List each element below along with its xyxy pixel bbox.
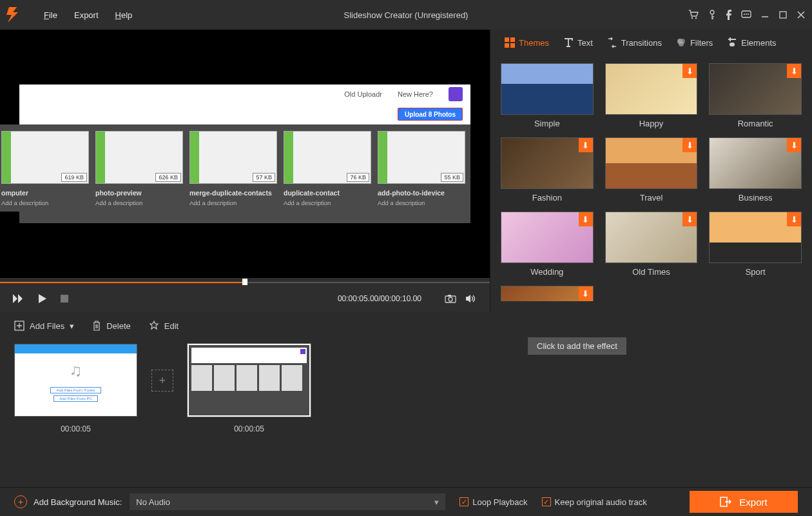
slide-thumb: 57 KB merge-duplicate-contacts Add a des… — [189, 131, 277, 206]
delete-icon — [92, 321, 101, 331]
maximize-icon[interactable] — [778, 10, 788, 19]
progress-handle[interactable] — [242, 279, 247, 285]
theme-label: Happy — [605, 119, 698, 128]
player-controls: 00:00:05.00/00:00:10.00 — [0, 286, 490, 312]
play-button[interactable] — [39, 294, 46, 303]
download-icon[interactable]: ⬇ — [579, 138, 593, 152]
download-icon[interactable]: ⬇ — [682, 64, 697, 78]
stop-button[interactable] — [61, 295, 68, 303]
download-icon[interactable]: ⬇ — [579, 212, 593, 226]
progress-bar[interactable] — [0, 278, 490, 286]
theme-sport[interactable]: ⬇ Sport — [709, 212, 802, 277]
slide-thumb: 619 KB omputer Add a description — [1, 131, 89, 206]
menu-help[interactable]: Help — [115, 10, 133, 20]
keep-audio-checkbox[interactable]: ✓ Keep original audio track — [542, 497, 647, 507]
theme-label: Simple — [501, 119, 594, 128]
tab-filters[interactable]: Filters — [672, 37, 717, 48]
slide-badge-icon — [449, 87, 463, 101]
timeline-toolbar: Add Files ▾ Delete Edit — [14, 321, 798, 331]
svg-point-0 — [691, 17, 693, 19]
effects-panel: Themes Text Transitions Filters — [490, 30, 812, 312]
thumb-size: 76 KB — [347, 173, 369, 182]
close-icon[interactable] — [797, 10, 806, 19]
add-music-button[interactable]: + Add Background Music: — [14, 495, 122, 508]
tab-elements[interactable]: Elements — [723, 37, 780, 48]
cart-icon[interactable] — [688, 10, 699, 20]
volume-button[interactable] — [465, 294, 477, 303]
audio-select[interactable]: No Audio ▾ — [130, 493, 445, 510]
filters-icon — [676, 37, 686, 48]
theme-label: Romantic — [709, 119, 802, 128]
slide-thumb: 626 KB photo-preview Add a description — [95, 131, 183, 206]
thumb-label: omputer — [1, 189, 89, 197]
svg-point-1 — [695, 17, 697, 19]
add-files-button[interactable]: Add Files ▾ — [14, 321, 74, 331]
loop-playback-checkbox[interactable]: ✓ Loop Playback — [459, 497, 527, 507]
theme-label: Sport — [709, 267, 802, 277]
tab-text[interactable]: Text — [559, 37, 597, 48]
facebook-icon[interactable] — [726, 10, 732, 20]
feedback-icon[interactable] — [741, 10, 751, 19]
audio-value: No Audio — [136, 497, 170, 507]
tab-elements-label: Elements — [741, 38, 776, 48]
theme-fashion[interactable]: ⬇ Fashion — [501, 137, 594, 203]
svg-rect-7 — [780, 12, 786, 18]
download-icon[interactable]: ⬇ — [787, 212, 801, 226]
theme-happy[interactable]: ⬇ Happy — [605, 63, 698, 128]
thumb-desc: Add a description — [95, 199, 183, 206]
export-button[interactable]: Export — [690, 491, 798, 513]
theme-wedding[interactable]: ⬇ Wedding — [501, 212, 594, 277]
thumb-size: 626 KB — [155, 173, 181, 182]
thumb-size: 55 KB — [441, 173, 463, 182]
download-icon[interactable]: ⬇ — [682, 138, 697, 152]
time-display: 00:00:05.00/00:00:10.00 — [338, 294, 421, 303]
checkbox-checked-icon: ✓ — [542, 497, 551, 506]
tab-filters-label: Filters — [690, 38, 713, 48]
theme-extra[interactable]: ⬇ — [501, 286, 594, 301]
music-icon: ♫ — [15, 353, 137, 387]
thumb-desc: Add a description — [1, 199, 89, 206]
theme-business[interactable]: ⬇ Business — [709, 137, 802, 203]
themes-grid: Simple ⬇ Happy ⬇ Romantic ⬇ Fashion ⬇ Tr… — [490, 55, 812, 312]
tab-transitions[interactable]: Transitions — [603, 37, 666, 48]
tab-themes[interactable]: Themes — [501, 37, 553, 48]
svg-rect-8 — [61, 295, 68, 303]
play-from-start-button[interactable] — [13, 294, 24, 303]
svg-rect-14 — [505, 43, 509, 48]
main-menu: File Export Help — [44, 10, 132, 20]
menu-file[interactable]: File — [44, 10, 57, 20]
theme-romantic[interactable]: ⬇ Romantic — [709, 63, 802, 128]
minimize-icon[interactable] — [760, 10, 769, 19]
menu-export[interactable]: Export — [74, 10, 99, 20]
download-icon[interactable]: ⬇ — [787, 138, 801, 152]
edit-button[interactable]: Edit — [149, 321, 179, 331]
tab-transitions-label: Transitions — [621, 38, 662, 48]
clip-1[interactable]: ♫ Add Files From iTunes Add Files From P… — [14, 344, 137, 433]
chevron-down-icon: ▾ — [434, 497, 439, 507]
export-label: Export — [739, 497, 767, 508]
theme-simple[interactable]: Simple — [501, 63, 594, 128]
export-icon — [720, 497, 731, 507]
clip-2[interactable]: 00:00:05 — [188, 344, 311, 433]
theme-label: Wedding — [501, 267, 594, 277]
thumb-desc: Add a description — [378, 199, 465, 206]
download-icon[interactable]: ⬇ — [579, 286, 593, 301]
svg-point-10 — [449, 297, 452, 301]
add-transition-button[interactable]: + — [151, 370, 173, 392]
theme-oldtimes[interactable]: ⬇ Old Times — [605, 212, 698, 277]
thumb-label: photo-preview — [95, 189, 183, 197]
slide-thumb: 76 KB duplicate-contact Add a descriptio… — [284, 131, 371, 206]
delete-button[interactable]: Delete — [92, 321, 131, 331]
key-icon[interactable] — [708, 10, 717, 20]
titlebar: File Export Help Slideshow Creator (Unre… — [0, 0, 812, 30]
slide-header-old: Old Uploadr — [344, 90, 382, 98]
download-icon[interactable]: ⬇ — [682, 212, 697, 226]
transitions-icon — [607, 37, 617, 48]
delete-label: Delete — [106, 321, 131, 331]
svg-point-2 — [710, 10, 714, 14]
download-icon[interactable]: ⬇ — [787, 64, 801, 78]
checkbox-checked-icon: ✓ — [459, 497, 469, 506]
theme-label: Business — [709, 193, 802, 203]
theme-travel[interactable]: ⬇ Travel — [605, 137, 698, 203]
snapshot-button[interactable] — [445, 294, 456, 303]
